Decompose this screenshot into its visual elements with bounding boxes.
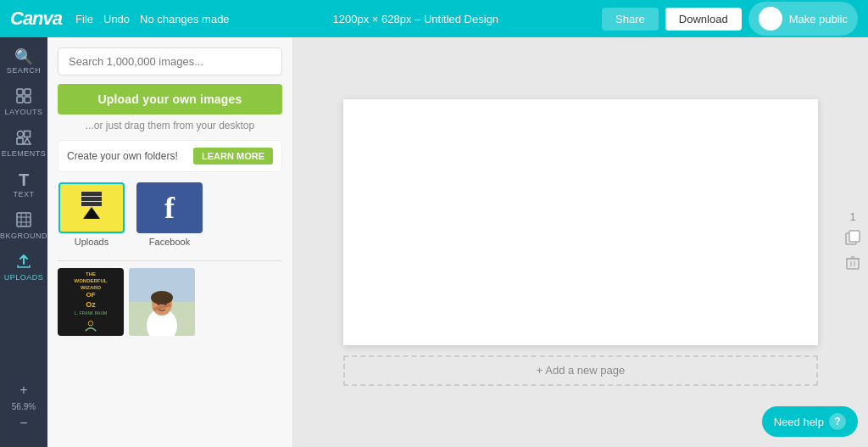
- svg-point-24: [158, 304, 160, 305]
- svg-point-25: [164, 304, 167, 305]
- duplicate-page-icon[interactable]: [845, 230, 860, 249]
- topbar-menu: File Undo No changes made: [75, 13, 230, 25]
- svg-point-17: [88, 321, 92, 325]
- main-layout: 🔍 SEARCH LAYOUTS: [0, 37, 868, 447]
- canva-logo: Canva: [10, 8, 62, 30]
- file-menu[interactable]: File: [75, 13, 93, 25]
- tab-uploads[interactable]: Uploads: [58, 182, 125, 247]
- sidebar-label-text: TEXT: [13, 190, 34, 198]
- design-title: 1200px × 628px – Untitled Design: [333, 13, 499, 25]
- svg-rect-14: [81, 197, 102, 201]
- search-icon: 🔍: [14, 49, 33, 64]
- uploads-tab-thumb: [58, 182, 125, 233]
- text-icon: T: [19, 171, 29, 188]
- upload-images-button[interactable]: Upload your own images: [58, 84, 282, 115]
- svg-point-4: [18, 131, 24, 137]
- need-help-button[interactable]: Need help ?: [762, 406, 858, 437]
- avatar: [759, 7, 782, 31]
- sidebar-item-search[interactable]: 🔍 SEARCH: [3, 44, 45, 80]
- sidebar-label-search: SEARCH: [7, 66, 42, 75]
- tab-facebook[interactable]: f Facebook: [136, 182, 203, 247]
- zoom-out-button[interactable]: −: [10, 413, 37, 433]
- uploads-panel: Upload your own images ...or just drag t…: [47, 37, 293, 447]
- svg-point-22: [151, 291, 173, 305]
- sidebar-item-text[interactable]: T TEXT: [3, 166, 45, 204]
- create-folders-text: Create your own folders!: [67, 150, 178, 162]
- sidebar-item-bkground[interactable]: BKGROUND: [3, 207, 45, 245]
- sidebar-item-uploads[interactable]: UPLOADS: [3, 249, 45, 287]
- facebook-tab-label: Facebook: [149, 237, 190, 247]
- learn-more-button[interactable]: LEARN MORE: [193, 148, 273, 165]
- sidebar-label-layouts: LAYOUTS: [5, 108, 43, 116]
- svg-rect-15: [81, 202, 102, 206]
- woman-image-thumb[interactable]: [129, 268, 195, 336]
- svg-rect-1: [25, 89, 31, 95]
- create-folders-bar: Create your own folders! LEARN MORE: [58, 140, 282, 172]
- svg-rect-0: [17, 89, 23, 95]
- share-button[interactable]: Share: [602, 8, 659, 31]
- canvas-area: + Add a new page 1: [293, 37, 868, 447]
- delete-page-icon[interactable]: [845, 255, 860, 274]
- topbar-actions: Share Download Make public: [602, 2, 858, 36]
- zoom-controls: + 56.9% −: [10, 380, 37, 440]
- source-tabs: Uploads f Facebook: [58, 182, 282, 247]
- search-input[interactable]: [58, 47, 282, 75]
- sidebar-item-layouts[interactable]: LAYOUTS: [3, 83, 45, 121]
- zoom-value: 56.9%: [12, 402, 36, 411]
- svg-marker-16: [83, 207, 100, 219]
- canvas-page[interactable]: [343, 99, 818, 345]
- svg-marker-6: [24, 138, 31, 144]
- layouts-icon: [16, 88, 31, 106]
- sidebar-label-elements: ELEMENTS: [2, 149, 47, 158]
- undo-menu[interactable]: Undo: [103, 13, 130, 25]
- bkground-icon: [16, 212, 31, 230]
- svg-rect-2: [17, 97, 23, 103]
- image-grid: THEWONDERFULWIZARDof Oz L. FRANK BAUM: [58, 268, 282, 336]
- uploads-icon: [16, 254, 31, 271]
- download-button[interactable]: Download: [665, 8, 742, 31]
- uploads-tab-label: Uploads: [75, 237, 108, 247]
- sidebar-label-bkground: BKGROUND: [0, 232, 47, 240]
- svg-rect-7: [17, 138, 23, 144]
- topbar-center: 1200px × 628px – Untitled Design: [243, 13, 589, 25]
- sidebar-item-elements[interactable]: ELEMENTS: [3, 125, 45, 163]
- sidebar-nav: 🔍 SEARCH LAYOUTS: [0, 37, 47, 447]
- canvas-wrap: + Add a new page: [343, 99, 818, 386]
- make-public-button[interactable]: Make public: [748, 2, 858, 36]
- right-sidebar: 1: [837, 204, 868, 281]
- help-icon: ?: [829, 413, 846, 430]
- page-number: 1: [850, 211, 856, 223]
- tab-divider: [58, 260, 282, 261]
- topbar: Canva File Undo No changes made 1200px ×…: [0, 0, 868, 37]
- svg-rect-3: [25, 97, 31, 103]
- sidebar-label-uploads: UPLOADS: [4, 273, 44, 282]
- svg-rect-13: [81, 192, 102, 196]
- add-page-button[interactable]: + Add a new page: [343, 355, 818, 386]
- drag-hint: ...or just drag them from your desktop: [58, 120, 282, 131]
- svg-rect-5: [25, 131, 31, 137]
- wizard-image-thumb[interactable]: THEWONDERFULWIZARDof Oz L. FRANK BAUM: [58, 268, 124, 336]
- svg-rect-8: [17, 213, 31, 226]
- zoom-in-button[interactable]: +: [10, 380, 37, 400]
- facebook-tab-thumb: f: [136, 182, 203, 233]
- svg-rect-28: [847, 259, 859, 269]
- changes-status: No changes made: [140, 13, 230, 25]
- svg-rect-27: [849, 231, 860, 242]
- elements-icon: [16, 130, 31, 148]
